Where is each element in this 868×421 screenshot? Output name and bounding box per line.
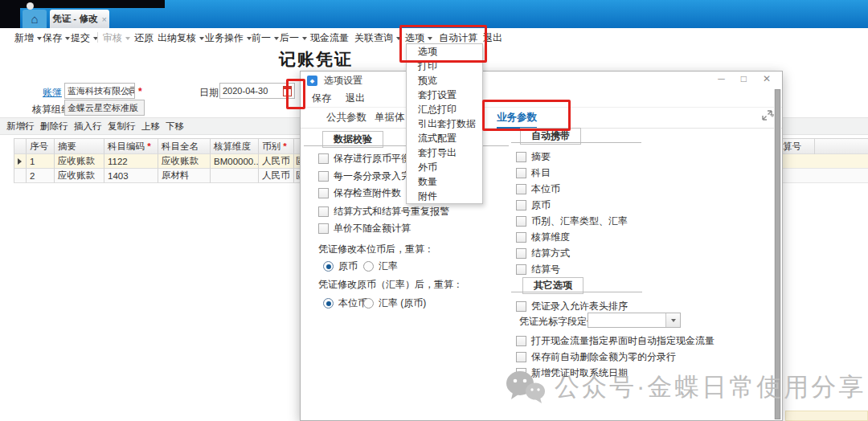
cell-account-code[interactable]: 1403 (104, 169, 158, 183)
toolbar-button-next[interactable]: 后一 (280, 31, 307, 45)
checkbox-icon[interactable] (516, 352, 526, 362)
cb-unit-price-not-follow[interactable]: 单价不随金额计算 (318, 222, 411, 235)
checkbox-icon[interactable] (516, 184, 526, 194)
cb-carry-dimension[interactable]: 核算维度 (516, 231, 570, 244)
grid-button-add-row[interactable]: 新增行 (6, 121, 35, 133)
cb-settlement-duplicate-alert[interactable]: 结算方式和结算号重复报警 (318, 205, 449, 219)
dialog-menu-exit[interactable]: 退出 (346, 92, 365, 105)
grid-header-no[interactable]: 序号 (27, 138, 55, 154)
close-icon[interactable]: ✕ (763, 73, 771, 84)
dialog-tab-entry-settings[interactable]: 单据体 (375, 111, 405, 125)
cell-account-name[interactable]: 原材料 (158, 169, 211, 183)
checkbox-icon[interactable] (516, 168, 526, 178)
dialog-tab-common-params[interactable]: 公共参数 (326, 111, 366, 125)
toolbar-button-save[interactable]: 保存 (43, 31, 70, 45)
menu-item-print[interactable]: 打印 (407, 59, 482, 73)
cb-carry-local-currency[interactable]: 本位币 (516, 182, 560, 196)
tab-close-icon[interactable]: × (101, 14, 106, 24)
menu-item-summary-print[interactable]: 汇总打印 (407, 102, 482, 116)
checkbox-icon[interactable] (516, 301, 526, 312)
caret-down-icon[interactable] (428, 37, 432, 40)
menu-item-attachment[interactable]: 附件 (407, 189, 482, 203)
cb-carry-original-currency[interactable]: 原币 (516, 198, 551, 212)
cell-no[interactable]: 1 (27, 154, 55, 169)
cell-summary[interactable]: 应收账款 (55, 169, 104, 183)
caret-down-icon[interactable] (396, 37, 401, 40)
menu-item-preview[interactable]: 预览 (407, 73, 482, 88)
dialog-tab-business-params[interactable]: 业务参数 (497, 111, 537, 129)
menu-item-options[interactable]: 选项 (407, 44, 482, 59)
caret-down-icon[interactable] (199, 37, 204, 40)
checkbox-icon[interactable] (516, 232, 526, 243)
book-label-link[interactable]: 账簿 (43, 86, 62, 100)
cell-dimension[interactable]: BM00000... (211, 154, 259, 169)
menu-item-foreign-currency[interactable]: 外币 (407, 160, 482, 174)
cb-carry-account[interactable]: 科目 (516, 166, 551, 180)
toolbar-button-cash-flow[interactable]: 现金流量 (310, 31, 349, 45)
maximize-icon[interactable]: □ (741, 73, 747, 84)
dialog-titlebar[interactable]: 选项设置 ─ □ ✕ (301, 72, 782, 90)
checkbox-icon[interactable] (318, 171, 329, 182)
toolbar-button-cashier-review[interactable]: 出纳复核 (158, 31, 204, 45)
cell-account-name[interactable]: 应收账款 (158, 154, 211, 169)
cell-currency[interactable]: 人民币 (259, 154, 294, 169)
menu-item-export-template-data[interactable]: 引出套打数据 (407, 116, 482, 131)
cb-carry-summary[interactable]: 摘要 (516, 150, 551, 164)
menu-item-flow-config[interactable]: 流式配置 (407, 131, 482, 145)
grid-button-copy-row[interactable]: 复制行 (108, 121, 136, 133)
cb-carry-settlement-no[interactable]: 结算号 (516, 263, 560, 276)
checkbox-icon[interactable] (318, 206, 329, 217)
tab-home[interactable] (23, 10, 47, 28)
calendar-icon[interactable] (283, 86, 292, 96)
toolbar-button-previous[interactable]: 前一 (252, 31, 279, 45)
caret-down-icon[interactable] (274, 37, 279, 40)
toolbar-button-submit[interactable]: 提交 (71, 31, 98, 45)
toolbar-button-exit[interactable]: 退出 (483, 31, 502, 45)
radio-icon[interactable] (363, 298, 374, 309)
grid-header-account-name[interactable]: 科目全名 (158, 138, 211, 154)
minimize-icon[interactable]: ─ (718, 73, 725, 84)
radio-icon[interactable] (323, 261, 334, 272)
radio-local-currency[interactable]: 本位币 (323, 296, 367, 310)
grid-button-delete-row[interactable]: 删除行 (40, 121, 68, 133)
toolbar-button-restore[interactable]: 还原 (134, 31, 154, 45)
checkbox-icon[interactable] (516, 248, 526, 259)
cell-currency[interactable]: 人民币 (259, 169, 294, 183)
grid-button-insert-row[interactable]: 插入行 (74, 121, 102, 133)
radio-exchange-rate[interactable]: 汇率 (363, 260, 398, 273)
checkbox-icon[interactable] (516, 216, 526, 227)
table-row[interactable]: 1 应收账款 1122 应收账款 BM00000... 人民币 固 (14, 154, 301, 169)
caret-down-icon[interactable] (37, 37, 42, 40)
radio-icon[interactable] (363, 261, 374, 272)
grid-header-dimension[interactable]: 核算维度 (211, 138, 259, 154)
toolbar-button-business-operation[interactable]: 业务操作 (205, 31, 252, 45)
cb-check-attachment-count[interactable]: 保存检查附件数 (318, 186, 401, 200)
grid-header-summary[interactable]: 摘要 (55, 138, 104, 154)
radio-rate-original[interactable]: 汇率 (原币) (363, 296, 426, 310)
org-input[interactable]: 金蝶云星空标准版 (64, 100, 145, 116)
checkbox-icon[interactable] (318, 153, 329, 164)
grid-header-account-code[interactable]: 科目编码 * (104, 138, 158, 154)
table-row[interactable]: 2 应收账款 1403 原材料 人民币 固 (14, 169, 301, 183)
checkbox-icon[interactable] (516, 152, 526, 162)
radio-original-currency[interactable]: 原币 (323, 260, 358, 273)
grid-button-move-down[interactable]: 下移 (166, 121, 184, 133)
menu-item-template-export[interactable]: 套打导出 (407, 145, 482, 160)
search-icon[interactable] (124, 86, 133, 99)
radio-icon[interactable] (323, 298, 334, 309)
dropdown-arrow-button[interactable] (665, 313, 680, 327)
checkbox-icon[interactable] (516, 336, 526, 346)
checkbox-icon[interactable] (516, 264, 526, 275)
cell-no[interactable]: 2 (27, 169, 55, 183)
cb-delete-zero-rows[interactable]: 保存前自动删除金额为零的分录行 (516, 350, 676, 364)
grid-button-move-up[interactable]: 上移 (141, 121, 160, 133)
menu-item-quantity[interactable]: 数量 (407, 174, 482, 189)
caret-down-icon[interactable] (302, 37, 307, 40)
book-input[interactable]: 蓝海科技有限公司财 (64, 83, 135, 99)
caret-down-icon[interactable] (65, 37, 70, 40)
toolbar-button-new[interactable]: 新增 (14, 31, 42, 45)
cb-carry-settlement-method[interactable]: 结算方式 (516, 247, 570, 260)
cell-dimension[interactable] (211, 169, 259, 183)
checkbox-icon[interactable] (318, 223, 329, 234)
menu-item-template-print-setup[interactable]: 套打设置 (407, 88, 482, 102)
